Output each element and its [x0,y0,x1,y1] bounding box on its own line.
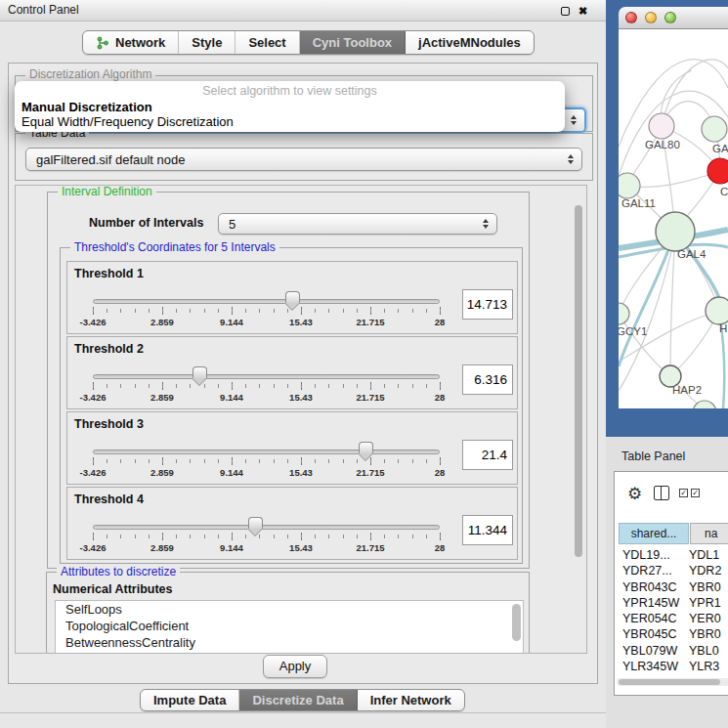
checkbox-icon[interactable]: ✓ [691,489,700,497]
column-header-name[interactable]: na [690,523,728,544]
column-header-shared-name[interactable]: shared... [619,523,689,544]
slider-thumb[interactable] [285,291,300,303]
tick-label: 21.715 [356,317,384,327]
slider-thumb[interactable] [248,517,263,529]
tab-style[interactable]: Style [179,31,236,54]
settings-scrollbar[interactable] [574,188,583,651]
cell: YBL0 [685,644,719,658]
table-row[interactable]: YPR145WYPR1 [615,596,728,612]
attributes-group-label: Attributes to discretize [57,565,180,578]
table-row[interactable]: YLR345WYLR3 [615,660,728,675]
cell: YLR3 [685,660,719,673]
tab-select[interactable]: Select [236,31,299,54]
threshold-1-label: Threshold 1 [74,267,144,280]
tab-impute-data[interactable]: Impute Data [141,690,239,710]
panel-title: Control Panel [8,3,79,17]
table-panel: ⚙ ✓ ✓ shared... na YDL19...YDL1 YDR27...… [614,471,728,696]
table-row[interactable]: YER054CYER0 [615,612,728,627]
threshold-2-value-field[interactable]: 6.316 [462,364,513,395]
numerical-attributes-list[interactable]: SelfLoops TopologicalCoefficient Between… [55,600,524,654]
threshold-3-value-field[interactable]: 21.4 [462,440,513,470]
node-gcy1[interactable] [619,303,629,324]
number-of-intervals-combobox[interactable]: 5 [218,213,497,235]
node-label-hap2: HAP2 [672,384,702,396]
close-traffic-light[interactable] [625,12,637,23]
node-top-right[interactable] [702,116,727,142]
list-item[interactable]: TopologicalCoefficient [56,618,523,634]
tick-label: -3.426 [80,392,107,403]
table-row[interactable]: YDL19...YDL1 [615,548,728,564]
list-scrollbar[interactable] [512,604,521,641]
table-row[interactable]: YBL079WYBL0 [615,644,728,660]
checkbox-icon[interactable]: ✓ [679,489,688,497]
attributes-group: Attributes to discretize Numerical Attri… [46,572,530,654]
close-icon[interactable]: ✖ [578,5,587,18]
threshold-4-label: Threshold 4 [74,492,144,506]
table-row[interactable]: YDR27...YDR2 [615,564,728,579]
gear-icon[interactable]: ⚙ [627,484,642,504]
threshold-4-value-field[interactable]: 11.344 [462,515,513,545]
tab-network[interactable]: Network [83,31,179,54]
node-label-ga: GA [712,143,728,154]
columns-icon[interactable] [654,486,669,500]
tab-cyni-toolbox[interactable]: Cyni Toolbox [300,31,406,54]
algorithm-option-equal-width[interactable]: Equal Width/Frequency Discretization [21,114,234,129]
table-row[interactable]: YBR043CYBR0 [615,580,728,596]
slider-thumb[interactable] [193,366,207,378]
cell: YDL19... [615,548,685,562]
threshold-4-slider[interactable]: -3.426 2.859 9.144 15.43 21.715 28 [67,515,519,560]
algorithm-placeholder-option[interactable]: Select algorithm to view settings [15,84,565,98]
node-bottom-partial[interactable] [693,401,716,408]
scrollbar-thumb[interactable] [575,205,582,557]
cell: YBR0 [685,580,721,594]
list-item[interactable]: BetweennessCentrality [56,634,523,651]
interval-definition-group-label: Interval Definition [58,185,156,198]
cell: YER0 [685,612,721,625]
node-gal80[interactable] [649,113,674,139]
threshold-1-value-field[interactable]: 14.713 [462,289,513,320]
scrollbar-thumb[interactable] [619,679,720,685]
network-window: GAL80 GA C GAL11 GAL4 GCY1 H HAP2 [606,0,728,437]
node-h[interactable] [706,297,728,324]
top-tab-bar: Network Style Select Cyni Toolbox jActiv… [82,30,535,55]
node-red-selected[interactable] [707,158,728,184]
slider-track[interactable] [93,450,440,454]
tab-jactivemnodules[interactable]: jActiveMNodules [406,31,534,54]
table-data-combobox[interactable]: galFiltered.sif default node [25,148,582,171]
tab-discretize-data[interactable]: Discretize Data [239,690,357,710]
table-row[interactable]: YBR045CYBR0 [615,627,728,643]
tick-label: 2.859 [150,467,174,478]
list-item[interactable]: SelfLoops [56,601,523,618]
network-window-titlebar[interactable] [619,7,728,29]
node-gal11[interactable] [619,173,640,198]
float-window-icon[interactable] [561,7,570,16]
node-gal4[interactable] [656,212,695,251]
network-canvas[interactable]: GAL80 GA C GAL11 GAL4 GCY1 H HAP2 [619,29,728,408]
algorithm-dropdown-popup: Select algorithm to view settings Manual… [15,81,565,132]
slider-track[interactable] [93,525,440,530]
slider-thumb[interactable] [359,442,373,453]
threshold-3-block: Threshold 3 -3.426 2.859 9.144 15.43 [66,411,518,485]
threshold-1-slider[interactable]: -3.426 2.859 9.144 15.43 21.715 28 [67,289,519,334]
threshold-2-slider[interactable]: -3.426 2.859 9.144 15.43 21.715 28 [67,364,519,409]
slider-minor-ticks [93,309,441,313]
table-panel-title: Table Panel [621,450,685,463]
slider-track[interactable] [93,374,440,379]
tick-label: 2.859 [150,317,174,327]
minimize-traffic-light[interactable] [645,12,657,23]
tab-cyni-toolbox-label: Cyni Toolbox [313,35,392,50]
zoom-traffic-light[interactable] [664,12,676,23]
slider-track[interactable] [93,299,440,304]
cyni-toolbox-content: Discretization Algorithm Select algorith… [8,63,598,684]
tick-label: -3.426 [80,542,107,553]
slider-minor-ticks [93,384,441,388]
tab-infer-network[interactable]: Infer Network [358,690,464,710]
apply-button[interactable]: Apply [263,655,327,678]
table-horizontal-scrollbar[interactable] [617,678,728,686]
network-icon [96,36,109,50]
cell: YPR145W [615,596,685,610]
cell: YLR345W [615,660,685,673]
node-label-gal11: GAL11 [621,197,656,209]
threshold-3-slider[interactable]: -3.426 2.859 9.144 15.43 21.715 28 [67,440,519,485]
algorithm-option-manual[interactable]: Manual Discretization [21,100,152,114]
